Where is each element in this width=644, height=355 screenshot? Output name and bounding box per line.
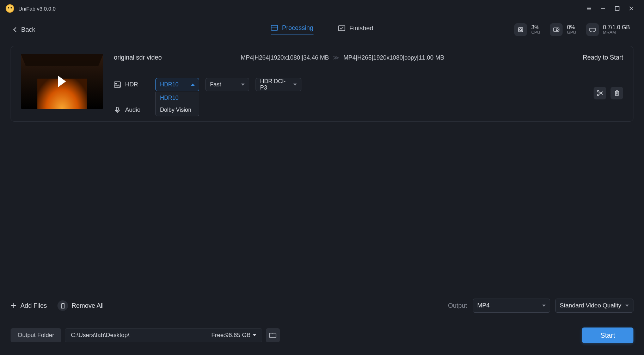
- back-label: Back: [21, 26, 35, 33]
- svg-point-4: [520, 29, 522, 31]
- app-title: UniFab v3.0.0.0: [18, 6, 56, 12]
- browse-folder-button[interactable]: [266, 328, 280, 342]
- delete-button[interactable]: [611, 87, 623, 99]
- output-format-dropdown[interactable]: MP4: [473, 299, 550, 313]
- task-filename: original sdr video: [114, 54, 241, 61]
- chevron-left-icon: [13, 27, 18, 32]
- svg-rect-12: [116, 107, 118, 111]
- free-space-dropdown[interactable]: Free:96.65 GB: [211, 332, 256, 339]
- video-thumbnail[interactable]: [21, 54, 103, 109]
- gpu-value: 0%: [567, 24, 576, 31]
- svg-point-6: [556, 29, 558, 31]
- speed-dropdown[interactable]: Fast: [206, 78, 249, 91]
- cpu-stat: 3%CPU: [514, 23, 540, 36]
- add-files-button[interactable]: Add Files: [11, 302, 47, 310]
- remove-all-label: Remove All: [72, 302, 104, 310]
- tab-finished[interactable]: Finished: [338, 25, 373, 35]
- microphone-icon: [114, 107, 121, 113]
- plus-icon: [11, 302, 17, 309]
- cut-button[interactable]: [594, 87, 606, 99]
- hdr-format-dropdown[interactable]: HDR10 HDR10 Dolby Vision: [155, 78, 199, 91]
- svg-rect-3: [519, 27, 523, 32]
- chevron-down-icon: [542, 305, 546, 307]
- finished-icon: [338, 25, 345, 31]
- output-quality-dropdown[interactable]: Standard Video Quality: [555, 299, 633, 313]
- mram-stat: 0.7/1.0 GBMRAM: [586, 23, 630, 36]
- output-folder-button[interactable]: Output Folder: [11, 328, 61, 342]
- gamut-dropdown[interactable]: HDR DCI-P3: [256, 78, 301, 91]
- menu-button[interactable]: [582, 1, 596, 16]
- mram-value: 0.7/1.0 GB: [603, 24, 630, 31]
- source-spec: MP4|H264|1920x1080||34.46 MB: [241, 54, 329, 61]
- cpu-label: CPU: [531, 30, 540, 35]
- free-space-value: Free:96.65 GB: [211, 332, 251, 339]
- svg-rect-0: [615, 7, 619, 11]
- output-path-field[interactable]: C:\Users\fab\Desktop\ Free:96.65 GB: [65, 328, 262, 342]
- chevron-down-icon: [625, 305, 629, 307]
- chevron-down-icon: [253, 334, 256, 336]
- hdr-option-dolby-vision[interactable]: Dolby Vision: [156, 104, 199, 116]
- mram-label: MRAM: [603, 30, 630, 35]
- chevron-down-icon: [241, 84, 245, 86]
- top-nav: Back Processing Finished 3%CPU 0%GPU 0.7…: [0, 17, 644, 42]
- remove-all-button[interactable]: Remove All: [57, 300, 104, 311]
- trash-icon: [60, 302, 66, 309]
- output-quality-value: Standard Video Quality: [560, 302, 621, 309]
- play-icon: [58, 76, 66, 87]
- ram-icon: [586, 23, 599, 36]
- svg-rect-1: [271, 25, 277, 30]
- task-card: original sdr video MP4|H264|1920x1080||3…: [11, 46, 633, 122]
- scissors-icon: [597, 90, 603, 96]
- minimize-button[interactable]: [596, 1, 610, 16]
- output-label: Output: [448, 302, 467, 310]
- hdr-option-hdr10[interactable]: HDR10: [156, 92, 199, 104]
- add-files-label: Add Files: [20, 302, 47, 310]
- audio-label: Audio: [114, 106, 149, 114]
- speed-value: Fast: [210, 81, 221, 88]
- tab-finished-label: Finished: [349, 25, 373, 32]
- back-button[interactable]: Back: [14, 26, 35, 33]
- gpu-icon: [550, 23, 563, 36]
- folder-icon: [269, 332, 276, 338]
- arrow-right-icon: ≫: [333, 54, 339, 61]
- cpu-icon: [514, 23, 527, 36]
- app-logo-icon: [6, 4, 14, 13]
- close-button[interactable]: [624, 1, 638, 16]
- cpu-value: 3%: [531, 24, 540, 31]
- tab-processing[interactable]: Processing: [271, 24, 313, 35]
- start-button[interactable]: Start: [582, 328, 633, 343]
- gpu-stat: 0%GPU: [550, 23, 576, 36]
- output-format-value: MP4: [477, 302, 490, 309]
- trash-icon: [614, 90, 620, 96]
- hdr-format-menu: HDR10 Dolby Vision: [155, 92, 199, 116]
- gpu-label: GPU: [567, 30, 576, 35]
- svg-rect-8: [114, 82, 121, 87]
- chevron-down-icon: [293, 84, 297, 86]
- output-path-value: C:\Users\fab\Desktop\: [71, 332, 129, 339]
- maximize-button[interactable]: [610, 1, 624, 16]
- hdr-label: HDR: [114, 81, 149, 88]
- chevron-up-icon: [191, 84, 195, 86]
- hdr-format-value: HDR10: [160, 81, 178, 88]
- image-icon: [114, 81, 121, 88]
- svg-point-9: [116, 83, 117, 84]
- gamut-value: HDR DCI-P3: [260, 78, 290, 91]
- tab-processing-label: Processing: [282, 24, 313, 32]
- task-status: Ready to Start: [583, 54, 623, 61]
- svg-rect-7: [590, 28, 595, 31]
- processing-icon: [271, 25, 278, 31]
- target-spec: MP4|H265|1920x1080|copy|11.00 MB: [343, 54, 444, 61]
- title-bar: UniFab v3.0.0.0: [0, 0, 644, 17]
